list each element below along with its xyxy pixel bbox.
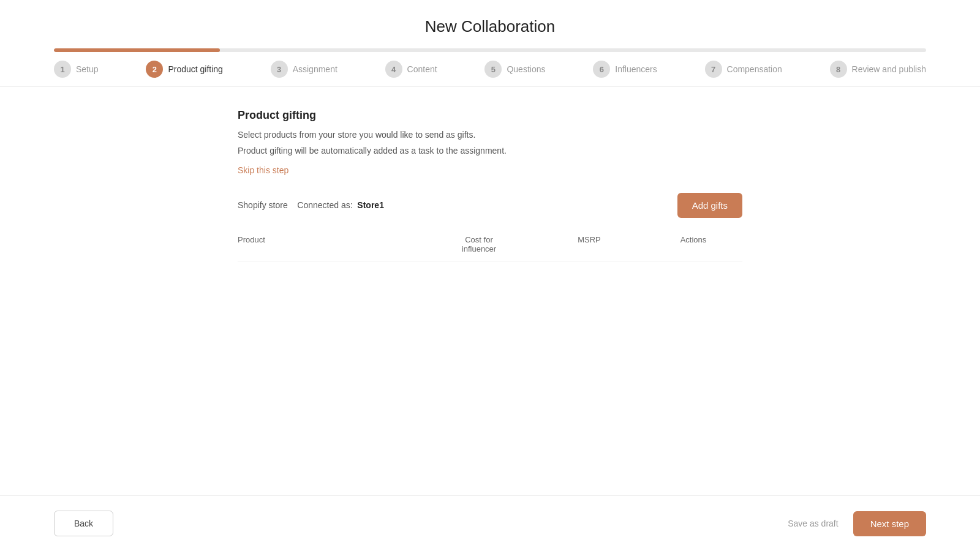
step-circle-3: 3 (271, 61, 288, 78)
table-col-product: Product (238, 235, 424, 253)
step-assignment[interactable]: 3 Assignment (271, 61, 337, 78)
shopify-info: Shopify store Connected as: Store1 (238, 200, 384, 210)
step-label-questions: Questions (507, 64, 545, 74)
step-content[interactable]: 4 Content (385, 61, 437, 78)
step-circle-5: 5 (484, 61, 502, 78)
page-header: New Collaboration (0, 0, 980, 48)
step-review-publish[interactable]: 8 Review and publish (830, 61, 926, 78)
save-draft-button[interactable]: Save as draft (788, 511, 839, 536)
add-gifts-button[interactable]: Add gifts (677, 193, 742, 218)
step-circle-7: 7 (705, 61, 722, 78)
table-col-msrp: MSRP (534, 235, 644, 253)
step-label-compensation: Compensation (727, 64, 782, 74)
footer-right: Save as draft Next step (788, 511, 926, 536)
table-col-actions: Actions (644, 235, 742, 253)
back-button[interactable]: Back (54, 511, 113, 536)
step-circle-6: 6 (593, 61, 610, 78)
step-label-product-gifting: Product gifting (168, 64, 223, 74)
next-step-button[interactable]: Next step (853, 511, 926, 536)
section-description-line2: Product gifting will be automatically ad… (238, 144, 742, 157)
step-influencers[interactable]: 6 Influencers (593, 61, 657, 78)
step-label-setup: Setup (76, 64, 99, 74)
step-label-assignment: Assignment (293, 64, 337, 74)
section-title: Product gifting (238, 109, 742, 122)
step-circle-8: 8 (830, 61, 847, 78)
step-label-review-publish: Review and publish (852, 64, 926, 74)
step-product-gifting[interactable]: 2 Product gifting (146, 61, 223, 78)
section-description-line1: Select products from your store you woul… (238, 128, 742, 141)
shopify-row: Shopify store Connected as: Store1 Add g… (238, 193, 742, 218)
step-questions[interactable]: 5 Questions (484, 61, 545, 78)
page-title: New Collaboration (0, 17, 980, 36)
main-content: Product gifting Select products from you… (184, 87, 796, 391)
step-label-content: Content (407, 64, 437, 74)
step-circle-4: 4 (385, 61, 402, 78)
step-compensation[interactable]: 7 Compensation (705, 61, 782, 78)
table-col-cost: Cost forinfluencer (424, 235, 534, 253)
step-circle-2: 2 (146, 61, 163, 78)
shopify-connected-label: Connected as: (297, 200, 352, 210)
skip-link[interactable]: Skip this step (238, 165, 288, 175)
footer: Back Save as draft Next step (0, 495, 980, 551)
table-header: Product Cost forinfluencer MSRP Actions (238, 235, 742, 261)
step-circle-1: 1 (54, 61, 71, 78)
steps-container: 1 Setup 2 Product gifting 3 Assignment 4… (0, 52, 980, 87)
shopify-store-name: Store1 (357, 200, 384, 210)
step-setup[interactable]: 1 Setup (54, 61, 99, 78)
step-label-influencers: Influencers (615, 64, 657, 74)
shopify-store-label: Shopify store (238, 200, 288, 210)
